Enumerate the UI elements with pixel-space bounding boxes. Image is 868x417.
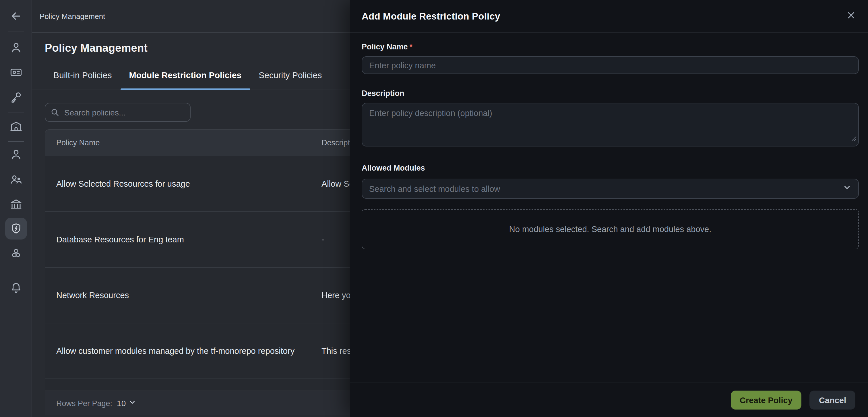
create-policy-button[interactable]: Create Policy [731,391,802,410]
sidebar-divider [8,141,24,142]
policy-name-cell: Database Resources for Eng team [45,235,321,244]
tab-security-policies[interactable]: Security Policies [250,67,330,90]
allowed-modules-label: Allowed Modules [362,164,857,173]
description-field [362,103,859,146]
modal-footer: Create Policy Cancel [350,383,868,417]
modules-cubes-icon [9,246,23,260]
bank-icon [9,197,23,211]
team-icon [9,172,23,186]
app-root: Policy Management Policy Management Buil… [0,0,868,417]
search-input[interactable] [45,103,191,122]
column-header-policy-name: Policy Name [45,139,321,147]
sidebar-item-organization[interactable] [5,115,27,137]
sidebar-divider [8,272,24,272]
policy-shield-icon [9,222,23,236]
arrow-left-icon [9,10,22,22]
rows-per-page-label: Rows Per Page: [56,399,112,408]
required-asterisk: * [410,42,413,51]
notifications-bell-icon [9,281,23,295]
rows-per-page-value[interactable]: 10 [117,398,126,408]
description-label: Description [362,89,857,98]
description-textarea[interactable] [362,103,859,146]
sidebar-item-profile[interactable] [5,144,27,166]
cancel-button[interactable]: Cancel [810,391,856,410]
modal-body: Policy Name* Description Allowed Modules… [350,33,868,249]
modal-title: Add Module Restriction Policy [362,11,500,22]
policy-name-input[interactable] [362,56,859,74]
search-icon [51,108,59,119]
chevron-down-icon[interactable] [129,398,136,408]
user-icon [9,41,23,55]
sidebar [0,0,32,417]
modules-empty-state: No modules selected. Search and add modu… [362,209,859,249]
building-icon [9,119,23,133]
sidebar-item-notifications[interactable] [5,277,27,299]
tab-built-in-policies[interactable]: Built-in Policies [45,67,120,90]
policy-name-label: Policy Name* [362,42,857,52]
sidebar-divider [8,113,24,113]
add-policy-modal: Add Module Restriction Policy Policy Nam… [350,0,868,417]
policy-name-cell: Allow Selected Resources for usage [45,179,321,188]
sidebar-divider [8,32,24,32]
sidebar-item-governance[interactable] [5,193,27,215]
policy-search [45,103,191,122]
back-button[interactable] [5,5,27,27]
user-profile-icon [9,148,23,161]
close-button[interactable] [843,8,859,24]
sidebar-item-billing[interactable] [5,61,27,83]
breadcrumb: Policy Management [40,12,105,20]
select-placeholder: Search and select modules to allow [369,184,500,193]
sidebar-item-teams[interactable] [5,168,27,190]
policy-name-cell: Allow customer modules managed by the tf… [45,346,321,356]
sidebar-item-keys[interactable] [5,86,27,108]
sidebar-item-policy-management[interactable] [5,218,27,240]
close-icon [846,11,855,21]
tab-module-restriction-policies[interactable]: Module Restriction Policies [120,67,250,90]
modal-header: Add Module Restriction Policy [350,0,868,33]
billing-card-icon [9,65,23,79]
sidebar-item-modules[interactable] [5,242,27,264]
sidebar-item-user[interactable] [5,37,27,59]
allowed-modules-select[interactable]: Search and select modules to allow [362,179,859,199]
policy-name-label-text: Policy Name [362,42,408,51]
chevron-down-icon [843,183,851,194]
policy-name-cell: Network Resources [45,291,321,300]
key-icon [9,90,23,104]
empty-state-text: No modules selected. Search and add modu… [509,225,712,234]
